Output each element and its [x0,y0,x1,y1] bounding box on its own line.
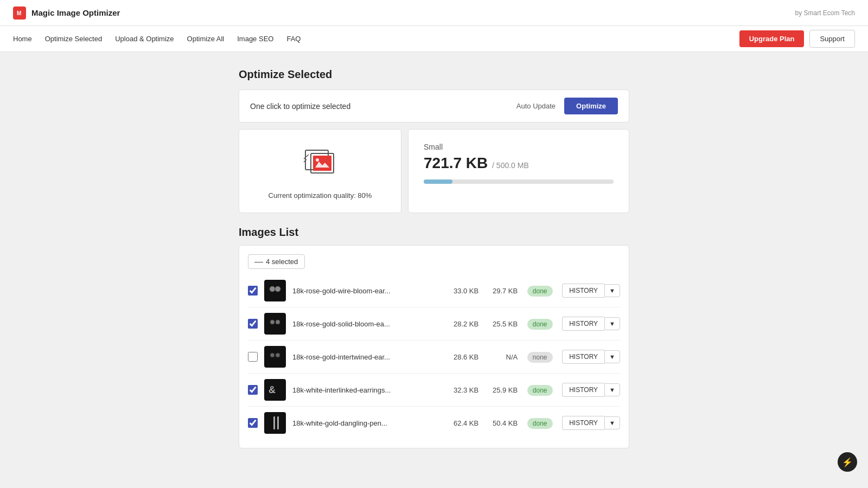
row-thumb-4: & [264,379,286,401]
upgrade-plan-button[interactable]: Upgrade Plan [739,30,805,47]
row-size-orig-2: 28.2 KB [441,320,478,328]
row-size-opt-1: 29.7 KB [485,287,518,295]
row-thumb-1 [264,280,286,301]
row-status-1: done [524,286,556,295]
row-name-5: 18k-white-gold-dangling-pen... [292,419,434,427]
row-name-2: 18k-rose-gold-solid-bloom-ea... [292,320,434,328]
selected-bar: ― 4 selected [248,254,620,269]
selected-badge[interactable]: ― 4 selected [248,254,305,269]
row-size-orig-1: 33.0 KB [441,287,478,295]
row-status-3: none [524,352,556,361]
status-badge-3: none [527,352,553,363]
table-row: 18k-rose-gold-wire-bloom-ear... 33.0 KB … [248,274,620,307]
one-click-label: One click to optimize selected [250,102,350,111]
table-row: 18k-rose-gold-solid-bloom-ea... 28.2 KB … [248,307,620,341]
flash-button[interactable]: ⚡ [838,452,857,465]
row-thumb-2 [264,313,286,335]
storage-card: Small 721.7 KB / 500.0 MB [408,129,629,213]
svg-point-9 [275,286,280,292]
plan-label: Small [424,143,614,151]
row-status-4: done [524,386,556,394]
images-list-title: Images List [239,226,629,239]
svg-text:&: & [269,384,276,395]
row-size-opt-5: 50.4 KB [485,419,518,427]
row-checkbox-3[interactable] [248,352,258,362]
history-caret-4[interactable]: ▼ [604,383,620,396]
flash-icon: ⚡ [842,457,853,465]
nav-upload-optimize[interactable]: Upload & Optimize [115,33,174,45]
svg-text:M: M [17,10,21,16]
svg-rect-16 [277,416,279,429]
row-status-2: done [524,319,556,328]
svg-line-6 [304,155,309,159]
progress-bar-bg [424,179,614,184]
optimize-bar: One click to optimize selected Auto Upda… [239,89,629,123]
row-checkbox-5[interactable] [248,418,258,428]
nav-bar: Home Optimize Selected Upload & Optimize… [0,26,868,52]
status-badge-2: done [527,319,553,330]
nav-links: Home Optimize Selected Upload & Optimize… [13,33,301,45]
svg-point-8 [270,286,275,292]
storage-max: 500.0 MB [496,161,529,170]
storage-separator: / [492,161,496,170]
quality-card: Current optimization quality: 80% [239,129,401,213]
minus-icon: ― [255,258,263,266]
nav-faq[interactable]: FAQ [286,33,301,45]
row-name-4: 18k-white-interlinked-earrings... [292,386,434,394]
row-status-5: done [524,419,556,427]
svg-point-13 [276,353,280,357]
storage-used: 721.7 KB [424,155,488,171]
history-caret-1[interactable]: ▼ [604,284,620,297]
row-size-orig-5: 62.4 KB [441,419,478,427]
row-size-opt-4: 25.9 KB [485,386,518,394]
nav-actions: Upgrade Plan Support [739,30,855,48]
row-history-4: HISTORY ▼ [562,383,620,397]
table-row: 18k-rose-gold-intertwined-ear... 28.6 KB… [248,341,620,374]
row-history-2: HISTORY ▼ [562,317,620,331]
nav-image-seo[interactable]: Image SEO [237,33,273,45]
row-checkbox-2[interactable] [248,319,258,329]
svg-rect-15 [273,416,275,429]
status-badge-5: done [527,418,553,429]
selected-count: 4 selected [266,258,298,266]
top-bar-left: M Magic Image Optimizer [13,7,120,20]
row-checkbox-1[interactable] [248,286,258,296]
status-badge-4: done [527,385,553,396]
history-caret-2[interactable]: ▼ [604,317,620,330]
optimize-bar-right: Auto Update Optimize [516,98,618,114]
row-size-opt-2: 25.5 KB [485,320,518,328]
optimize-button[interactable]: Optimize [564,98,618,114]
row-name-1: 18k-rose-gold-wire-bloom-ear... [292,287,434,295]
table-row: 18k-white-gold-dangling-pen... 62.4 KB 5… [248,407,620,439]
svg-point-12 [270,353,275,357]
history-caret-5[interactable]: ▼ [604,416,620,429]
row-size-orig-4: 32.3 KB [441,386,478,394]
main-content: Optimize Selected One click to optimize … [228,52,640,465]
nav-optimize-selected[interactable]: Optimize Selected [45,33,103,45]
nav-home[interactable]: Home [13,33,32,45]
nav-optimize-all[interactable]: Optimize All [187,33,225,45]
row-thumb-5 [264,412,286,434]
row-history-3: HISTORY ▼ [562,350,620,364]
images-list-card: ― 4 selected 18k-rose-gold-wire-bloom-ea… [239,245,629,448]
svg-rect-4 [313,156,331,171]
auto-update-label: Auto Update [516,102,556,110]
history-button-3[interactable]: HISTORY [562,350,604,364]
history-button-2[interactable]: HISTORY [562,317,604,331]
top-bar: M Magic Image Optimizer by Smart Ecom Te… [0,0,868,26]
history-button-5[interactable]: HISTORY [562,416,604,430]
stats-row: Current optimization quality: 80% Small … [239,129,629,213]
support-button[interactable]: Support [809,30,855,48]
row-checkbox-4[interactable] [248,385,258,395]
history-button-1[interactable]: HISTORY [562,284,604,298]
row-name-3: 18k-rose-gold-intertwined-ear... [292,353,434,361]
table-row: & 18k-white-interlinked-earrings... 32.3… [248,374,620,407]
progress-bar-fill [424,179,452,184]
svg-point-5 [316,158,319,162]
by-label: by Smart Ecom Tech [795,9,855,17]
history-button-4[interactable]: HISTORY [562,383,604,397]
history-caret-3[interactable]: ▼ [604,350,620,363]
row-history-1: HISTORY ▼ [562,284,620,298]
page-title: Optimize Selected [239,68,629,81]
optimizer-icon [301,143,339,181]
